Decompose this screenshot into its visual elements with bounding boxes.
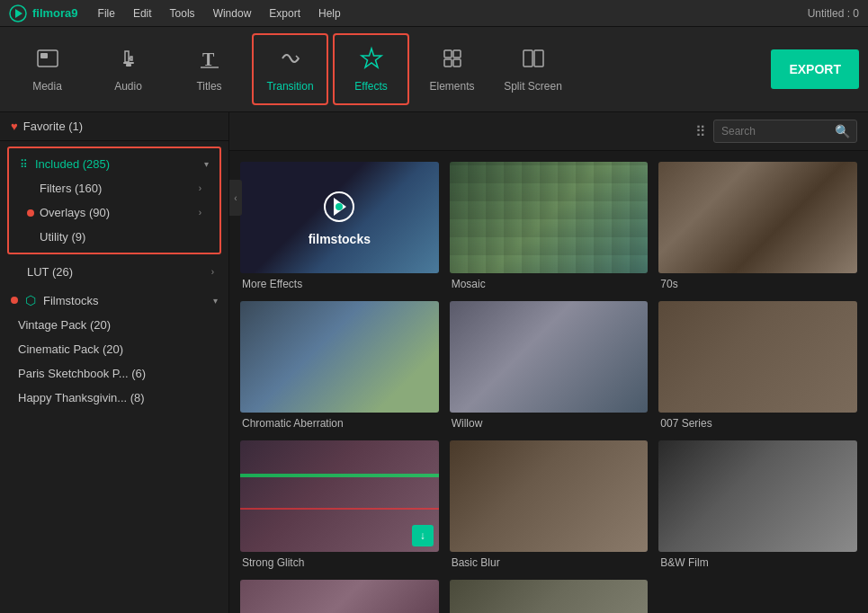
filmstocks-cube-icon: ⬡ bbox=[25, 293, 36, 307]
effect-card-bottom1[interactable] bbox=[240, 580, 439, 613]
effect-card-blur[interactable]: Basic Blur bbox=[450, 440, 649, 569]
effect-thumbnail-more-effects: filmstocks bbox=[240, 162, 439, 273]
toolbar-media-btn[interactable]: Media bbox=[9, 33, 85, 105]
utility-label: Utility (9) bbox=[40, 230, 85, 244]
included-label: Included (285) bbox=[35, 157, 197, 171]
effect-card-bw[interactable]: B&W Film bbox=[658, 440, 857, 569]
filmstocks-chevron-icon: ▾ bbox=[213, 296, 218, 306]
toolbar-transition-btn[interactable]: Transition bbox=[252, 33, 328, 105]
sidebar-vintage-item[interactable]: Vintage Pack (20) bbox=[0, 313, 228, 337]
menu-window[interactable]: Window bbox=[206, 5, 259, 22]
toolbar-titles-btn[interactable]: T Titles bbox=[171, 33, 247, 105]
effects-grid: filmstocks More Effects Mosaic 70s bbox=[229, 151, 868, 613]
sidebar-included-section: ⠿ Included (285) ▾ Filters (160) › Overl… bbox=[7, 147, 221, 254]
effect-name-70s: 70s bbox=[658, 278, 857, 290]
filmstocks-brand-name: filmstocks bbox=[309, 232, 371, 246]
filmora-logo-icon bbox=[9, 4, 27, 22]
sidebar-favorite-item[interactable]: ♥ Favorite (1) bbox=[0, 112, 228, 141]
effects-icon bbox=[359, 46, 384, 75]
effect-card-007[interactable]: 007 Series bbox=[658, 301, 857, 430]
lut-chevron-icon: › bbox=[211, 267, 214, 277]
effect-name-chromatic: Chromatic Aberration bbox=[240, 417, 439, 430]
lut-label: LUT (26) bbox=[27, 265, 73, 279]
sidebar-filters-item[interactable]: Filters (160) › bbox=[9, 176, 219, 200]
effect-card-bottom2[interactable] bbox=[450, 580, 649, 613]
menu-edit[interactable]: Edit bbox=[126, 5, 159, 22]
included-chevron-icon: ▾ bbox=[204, 159, 209, 169]
effect-name-glitch: Strong Glitch bbox=[240, 556, 439, 569]
export-button[interactable]: EXPORT bbox=[771, 49, 859, 89]
filters-label: Filters (160) bbox=[40, 182, 102, 195]
sidebar-included-item[interactable]: ⠿ Included (285) ▾ bbox=[9, 152, 219, 176]
toolbar-elements-btn[interactable]: Elements bbox=[414, 33, 490, 105]
effect-card-willow[interactable]: Willow bbox=[450, 301, 649, 430]
grid-view-icon[interactable]: ⠿ bbox=[695, 123, 706, 140]
sidebar-paris-item[interactable]: Paris Sketchbook P... (6) bbox=[0, 361, 228, 386]
menu-file[interactable]: File bbox=[91, 5, 122, 22]
window-title: Untitled : 0 bbox=[808, 7, 859, 20]
svg-rect-13 bbox=[534, 50, 543, 67]
sidebar-lut-item[interactable]: LUT (26) › bbox=[0, 260, 228, 284]
effect-card-more-effects[interactable]: filmstocks More Effects bbox=[240, 162, 439, 290]
svg-rect-8 bbox=[444, 50, 452, 58]
effect-thumbnail-70s bbox=[658, 162, 857, 273]
effect-thumbnail-blur bbox=[450, 440, 649, 552]
transition-label: Transition bbox=[266, 80, 313, 93]
sidebar-utility-item[interactable]: Utility (9) bbox=[9, 225, 219, 249]
app-logo: filmora9 bbox=[9, 4, 78, 22]
effect-thumbnail-007 bbox=[658, 301, 857, 413]
effect-card-mosaic[interactable]: Mosaic bbox=[450, 162, 649, 290]
menu-help[interactable]: Help bbox=[311, 5, 348, 22]
menu-left: filmora9 File Edit Tools Window Export H… bbox=[9, 4, 348, 22]
sidebar-overlays-item[interactable]: Overlays (90) › bbox=[9, 200, 219, 225]
heart-icon: ♥ bbox=[11, 120, 18, 133]
search-input[interactable] bbox=[721, 125, 829, 138]
sidebar: ♥ Favorite (1) ⠿ Included (285) ▾ Filter… bbox=[0, 112, 229, 613]
effect-card-chromatic[interactable]: Chromatic Aberration bbox=[240, 301, 439, 430]
content-area: ⠿ 🔍 filmstocks bbox=[229, 112, 868, 613]
sidebar-happy-item[interactable]: Happy Thanksgivin... (8) bbox=[0, 386, 228, 410]
splitscreen-label: Split Screen bbox=[504, 80, 562, 93]
effects-label: Effects bbox=[354, 80, 387, 93]
filters-chevron-icon: › bbox=[199, 183, 201, 193]
elements-icon bbox=[440, 46, 465, 75]
effect-card-glitch[interactable]: ↓ Strong Glitch bbox=[240, 440, 439, 569]
happy-label: Happy Thanksgivin... (8) bbox=[18, 391, 145, 404]
menu-bar: filmora9 File Edit Tools Window Export H… bbox=[0, 0, 868, 27]
effect-thumbnail-bottom2 bbox=[450, 580, 649, 613]
toolbar-splitscreen-btn[interactable]: Split Screen bbox=[495, 33, 571, 105]
search-bar: ⠿ 🔍 bbox=[229, 112, 868, 151]
toolbar-effects-btn[interactable]: Effects bbox=[333, 33, 409, 105]
filmstocks-logo-svg bbox=[321, 189, 357, 225]
toolbar-audio-btn[interactable]: Audio bbox=[90, 33, 166, 105]
overlays-dot bbox=[27, 209, 34, 217]
audio-icon bbox=[116, 46, 141, 75]
media-icon bbox=[35, 46, 60, 75]
main-area: ♥ Favorite (1) ⠿ Included (285) ▾ Filter… bbox=[0, 112, 868, 613]
menu-tools[interactable]: Tools bbox=[163, 5, 202, 22]
effect-card-70s[interactable]: 70s bbox=[658, 162, 857, 290]
grid-dots-icon: ⠿ bbox=[20, 158, 28, 171]
sidebar-cinematic-item[interactable]: Cinematic Pack (20) bbox=[0, 337, 228, 361]
sidebar-filmstocks-header[interactable]: ⬡ Filmstocks ▾ bbox=[0, 288, 228, 313]
filmstocks-label: Filmstocks bbox=[43, 294, 98, 307]
overlays-chevron-icon: › bbox=[199, 208, 201, 218]
filmstocks-logo: filmstocks bbox=[309, 162, 371, 273]
titles-icon: T bbox=[197, 46, 222, 75]
menu-export[interactable]: Export bbox=[262, 5, 308, 22]
download-badge: ↓ bbox=[412, 525, 434, 546]
app-name: filmora9 bbox=[32, 6, 78, 20]
effect-thumbnail-bw bbox=[658, 440, 857, 552]
svg-rect-2 bbox=[40, 53, 48, 58]
cinematic-label: Cinematic Pack (20) bbox=[18, 342, 123, 356]
svg-rect-4 bbox=[126, 64, 131, 67]
search-icon[interactable]: 🔍 bbox=[835, 124, 850, 138]
svg-point-15 bbox=[336, 203, 343, 210]
effect-name-bw: B&W Film bbox=[658, 556, 857, 569]
paris-label: Paris Sketchbook P... (6) bbox=[18, 367, 146, 380]
effect-thumbnail-mosaic bbox=[450, 162, 649, 273]
svg-rect-1 bbox=[38, 50, 58, 67]
transition-icon bbox=[278, 46, 303, 75]
effect-name-mosaic: Mosaic bbox=[450, 278, 649, 290]
titles-label: Titles bbox=[196, 80, 221, 93]
